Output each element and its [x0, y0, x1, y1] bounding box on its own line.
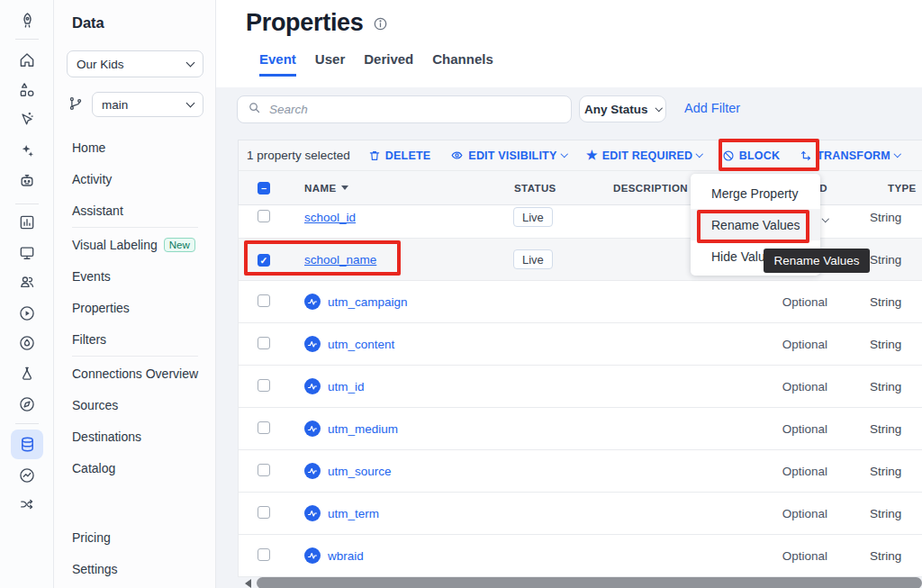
edit-visibility-button[interactable]: EDIT VISIBILITY — [450, 149, 566, 162]
chevron-down-icon — [560, 150, 567, 158]
cursor-sparkle-icon[interactable] — [0, 110, 54, 128]
required-cell: Optional — [711, 338, 837, 351]
compass-icon[interactable] — [0, 395, 54, 413]
play-circle-icon[interactable] — [0, 304, 54, 322]
robot-icon[interactable] — [0, 172, 54, 190]
branch-icon — [68, 95, 84, 112]
required-cell: Optional — [711, 380, 837, 394]
sidebar-item-destinations[interactable]: Destinations — [54, 421, 216, 452]
property-link[interactable]: utm_term — [328, 507, 379, 520]
select-all-checkbox[interactable]: − — [258, 182, 270, 194]
home-icon[interactable] — [0, 51, 54, 69]
transform-icon — [800, 149, 812, 162]
sidebar-item-pricing[interactable]: Pricing — [54, 521, 216, 553]
table-row: utm_source Optional String — [239, 450, 922, 493]
search-box — [237, 95, 572, 123]
amplitude-property-icon — [304, 336, 321, 352]
row-checkbox[interactable] — [258, 548, 270, 561]
search-input[interactable] — [269, 103, 561, 116]
chevron-down-icon — [186, 59, 195, 68]
transform-button[interactable]: TRANSFORM — [800, 149, 899, 162]
table-row: utm_term Optional String — [239, 493, 922, 535]
menu-item-merge-property[interactable]: Merge Property — [691, 177, 820, 209]
bar-chart-icon[interactable] — [0, 213, 54, 231]
page-header: Properties — [216, 0, 922, 37]
database-icon[interactable] — [11, 430, 43, 459]
sidebar-item-catalog[interactable]: Catalog — [54, 452, 216, 484]
gauge-icon[interactable] — [0, 466, 54, 484]
flame-icon[interactable] — [0, 334, 54, 352]
tab-channels[interactable]: Channels — [432, 51, 493, 77]
property-link[interactable]: wbraid — [328, 549, 364, 563]
property-link[interactable]: utm_id — [328, 380, 365, 394]
row-checkbox[interactable] — [258, 506, 270, 519]
edit-required-button[interactable]: ★EDIT REQUIRED — [586, 149, 702, 162]
shapes-icon[interactable] — [0, 81, 54, 99]
users-icon[interactable] — [0, 273, 54, 291]
row-checkbox[interactable] — [258, 210, 270, 222]
status-filter-dropdown[interactable]: Any Status — [579, 95, 666, 122]
workspace-select[interactable]: Our Kids — [67, 50, 203, 77]
property-link[interactable]: utm_campaign — [328, 295, 408, 309]
table-area: Any Status Add Filter 1 property selecte… — [216, 87, 922, 588]
chevron-down-icon — [186, 99, 195, 108]
required-cell: Optional — [711, 295, 837, 309]
monitor-icon[interactable] — [0, 244, 54, 262]
delete-button[interactable]: DELETE — [368, 149, 431, 162]
branch-select[interactable]: main — [92, 92, 203, 117]
sidebar-item-visual-labeling[interactable]: Visual LabelingNew — [54, 229, 216, 260]
property-link[interactable]: utm_medium — [328, 422, 398, 436]
amplitude-property-icon — [304, 547, 321, 564]
scrollbar-thumb[interactable] — [257, 577, 922, 588]
property-link[interactable]: utm_source — [328, 465, 392, 478]
sidebar-item-connections-overview[interactable]: Connections Overview — [54, 357, 216, 389]
icon-rail — [0, 0, 54, 588]
add-filter-link[interactable]: Add Filter — [684, 101, 740, 115]
tab-bar: Event User Derived Channels — [216, 51, 922, 77]
tab-derived[interactable]: Derived — [364, 51, 413, 77]
rocket-icon[interactable] — [0, 11, 54, 30]
menu-item-rename-values[interactable]: Rename Values — [691, 209, 820, 240]
type-cell: String — [837, 338, 922, 351]
row-checkbox[interactable] — [258, 337, 270, 349]
property-link[interactable]: school_name — [304, 253, 376, 267]
row-checkbox[interactable] — [258, 294, 270, 307]
sidebar-item-activity[interactable]: Activity — [54, 163, 216, 194]
sparkles-icon[interactable] — [0, 142, 54, 160]
amplitude-property-icon — [304, 294, 321, 310]
row-checkbox[interactable] — [258, 421, 270, 434]
type-cell: String — [837, 422, 922, 436]
column-header-type: TYPE — [837, 183, 922, 194]
property-link[interactable]: school_id — [304, 211, 356, 224]
flask-icon[interactable] — [0, 365, 54, 383]
sidebar-item-events[interactable]: Events — [54, 260, 216, 292]
horizontal-scrollbar — [238, 577, 922, 588]
status-badge: Live — [513, 249, 553, 269]
row-checkbox[interactable] — [258, 464, 270, 476]
shuffle-icon[interactable] — [0, 495, 54, 513]
sidebar-item-home[interactable]: Home — [54, 131, 216, 163]
property-link[interactable]: utm_content — [328, 338, 394, 351]
type-cell: String — [837, 507, 922, 520]
block-button[interactable]: BLOCK — [722, 149, 780, 162]
sidebar-item-settings[interactable]: Settings — [54, 553, 216, 584]
tab-user[interactable]: User — [315, 51, 345, 77]
sidebar-item-properties[interactable]: Properties — [54, 292, 216, 323]
trash-icon — [368, 149, 381, 162]
rail-divider — [15, 423, 39, 424]
type-cell: String — [837, 295, 922, 309]
column-header-name[interactable]: NAME — [284, 182, 491, 194]
chevron-down-icon — [894, 150, 901, 158]
sidebar-item-filters[interactable]: Filters — [54, 323, 216, 355]
scroll-left-arrow[interactable] — [240, 579, 251, 588]
workspace-select-value: Our Kids — [77, 58, 124, 71]
row-checkbox[interactable] — [258, 379, 270, 392]
info-icon[interactable] — [373, 16, 388, 35]
sidebar-item-sources[interactable]: Sources — [54, 389, 216, 421]
row-checkbox[interactable]: ✓ — [258, 254, 270, 267]
branch-select-value: main — [102, 98, 128, 112]
required-cell: Optional — [711, 422, 837, 436]
sidebar-item-assistant[interactable]: Assistant — [54, 194, 216, 226]
required-select-chevron-icon[interactable] — [821, 215, 828, 222]
tab-event[interactable]: Event — [259, 51, 296, 77]
